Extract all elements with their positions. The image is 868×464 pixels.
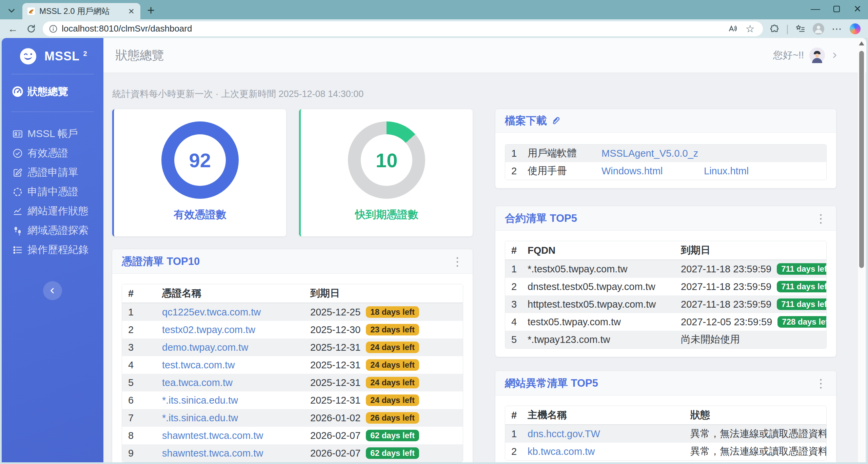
row-index: 1: [122, 307, 156, 318]
table-row: 5*.twpay123.com.tw尚未開始使用: [505, 331, 826, 348]
expiry-date: 2026-02-07: [310, 448, 360, 459]
cert-link[interactable]: testx02.twpay.com.tw: [162, 324, 255, 335]
tab-close-button[interactable]: ×: [127, 6, 136, 16]
cert-link[interactable]: test.twca.com.tw: [162, 360, 235, 370]
cert-link[interactable]: shawntest.twca.com.tw: [162, 448, 263, 459]
window-controls: — ×: [805, 0, 868, 18]
expiring-cert-count: 10: [348, 121, 425, 199]
days-left-badge: 711 days left: [777, 263, 826, 275]
fqdn-text: *.testx05.twpay.com.tw: [521, 264, 675, 275]
status-text: 異常，無法連線或讀取憑證資料: [684, 427, 826, 441]
sidebar-item-domain-discovery[interactable]: 網域憑證探索: [2, 221, 103, 240]
expiry-date: 2026-01-02: [310, 412, 360, 423]
refresh-button[interactable]: [24, 22, 38, 36]
page-header: 狀態總覽 您好~!!: [103, 38, 866, 73]
fqdn-text: httptest.testx05.twpay.com.tw: [521, 299, 675, 310]
page-scrollbar[interactable]: [858, 38, 865, 462]
window-minimize-button[interactable]: —: [805, 0, 826, 18]
avatar[interactable]: [809, 47, 825, 63]
address-bar[interactable]: localhost:8010/clmSvr/dashboard ☆: [43, 21, 763, 36]
cert-link[interactable]: tea.twca.com.tw: [162, 377, 233, 388]
dashboard-icon: [12, 85, 23, 98]
browser-window: MSSL 2.0 用戶網站 × + — × ← localhost:8010/c…: [0, 0, 868, 464]
row-index: 5: [122, 377, 156, 388]
table-row: 2testx02.twpay.com.tw2025-12-3023 days l…: [122, 321, 463, 339]
table-row: 2 使用手冊 Windows.html Linux.html: [505, 162, 826, 180]
chevron-right-icon[interactable]: [830, 51, 839, 60]
window-close-button[interactable]: ×: [847, 0, 868, 18]
browser-tabbar: MSSL 2.0 用戶網站 × + — ×: [0, 0, 868, 19]
scrollbar-thumb[interactable]: [859, 51, 864, 268]
days-left-badge: 711 days left: [777, 298, 826, 310]
extensions-button[interactable]: [768, 22, 781, 36]
copilot-button[interactable]: [848, 22, 862, 36]
sidebar-item-label: 狀態總覽: [27, 85, 68, 99]
row-index: 4: [122, 360, 156, 371]
favorites-list-icon: [795, 24, 805, 34]
window-maximize-button[interactable]: [826, 0, 847, 18]
table-row: 1 用戶端軟體 MSSLAgent_V5.0.0_zip: [505, 144, 826, 162]
url-text[interactable]: localhost:8010/clmSvr/dashboard: [62, 23, 722, 34]
cert-table-header: # 憑證名稱 到期日: [122, 284, 463, 303]
kebab-menu-icon[interactable]: ⋮: [450, 256, 465, 267]
puzzle-icon: [770, 24, 779, 34]
table-row: 4testx05.twpay.com.tw2027-12-05 23:59:59…: [505, 313, 826, 331]
sidebar-item-label: MSSL 帳戶: [27, 127, 78, 141]
collections-button[interactable]: [793, 22, 807, 36]
user-menu[interactable]: 您好~!!: [773, 47, 839, 63]
contract-status-text: 尚未開始使用: [681, 334, 740, 345]
scroll-up-arrow-icon[interactable]: [859, 41, 864, 45]
contract-list-title: 合約清單 TOP5: [505, 211, 577, 226]
stat-cards: 92 有效憑證數 10 快到期憑證數: [112, 109, 473, 236]
row-index: 6: [122, 395, 156, 406]
back-button[interactable]: ←: [6, 22, 20, 36]
new-tab-button[interactable]: +: [147, 4, 155, 17]
app-logo[interactable]: MSSL 2: [2, 48, 103, 64]
site-info-icon[interactable]: [49, 24, 58, 33]
host-link[interactable]: kb.twca.com.tw: [528, 446, 595, 457]
row-index: 2: [122, 324, 156, 335]
days-left-badge: 23 days left: [366, 324, 419, 335]
valid-cert-count: 92: [161, 121, 239, 199]
row-index: 3: [505, 299, 521, 310]
row-index: 1: [505, 264, 521, 275]
sidebar-item-site-status[interactable]: 網站運作狀態: [2, 201, 103, 221]
expiry-date: 2027-12-05 23:59:59: [681, 316, 772, 327]
download-link[interactable]: MSSLAgent_V5.0.0_zip: [601, 148, 698, 159]
cert-link[interactable]: demo.twpay.com.tw: [162, 342, 248, 353]
cert-link[interactable]: *.its.sinica.edu.tw: [162, 412, 238, 423]
sidebar-item-cert-requests[interactable]: 憑證申請單: [2, 163, 103, 182]
tab-search-button[interactable]: [4, 4, 19, 17]
sidebar-collapse-button[interactable]: [43, 281, 62, 300]
host-link[interactable]: dns.hcct.gov.TW: [528, 428, 600, 439]
browser-profile-button[interactable]: [812, 22, 825, 36]
abnormal-list-card: 網站異常清單 TOP5 ⋮ # 主機名稱 狀態: [495, 371, 836, 462]
sidebar: MSSL 2 狀態總覽 MSSL 帳戶: [2, 38, 103, 462]
tab-title: MSSL 2.0 用戶網站: [39, 6, 123, 17]
favorite-star-button[interactable]: ☆: [743, 22, 757, 36]
download-link[interactable]: Linux.html: [704, 166, 749, 176]
sidebar-item-history-log[interactable]: 操作歷程紀錄: [2, 240, 103, 259]
cert-list-title: 憑證清單 TOP10: [122, 254, 200, 269]
abnormal-list-title: 網站異常清單 TOP5: [505, 376, 598, 390]
cert-link[interactable]: *.its.sinica.edu.tw: [162, 395, 238, 406]
cert-list-header: 憑證清單 TOP10 ⋮: [112, 249, 473, 274]
kebab-menu-icon[interactable]: ⋮: [813, 378, 829, 389]
kebab-menu-icon[interactable]: ⋮: [813, 213, 829, 224]
cert-link[interactable]: qc1225ev.twca.com.tw: [162, 307, 261, 317]
sidebar-item-pending-certs[interactable]: 申請中憑證: [2, 182, 103, 201]
contract-list-card: 合約清單 TOP5 ⋮ # FQDN 到期日: [495, 206, 836, 357]
refresh-icon: [26, 24, 36, 34]
row-index: 1: [505, 148, 521, 159]
sidebar-item-valid-certs[interactable]: 有效憑證: [2, 143, 103, 163]
sidebar-item-dashboard[interactable]: 狀態總覽: [2, 81, 103, 102]
download-link[interactable]: Windows.html: [601, 166, 663, 176]
logo-sup: 2: [83, 50, 87, 57]
dashboard-content: 統計資料每小時更新一次 · 上次更新時間 2025-12-08 14:30:00…: [103, 73, 866, 462]
cert-link[interactable]: shawntest.twca.com.tw: [162, 430, 263, 441]
read-aloud-button[interactable]: [726, 22, 739, 36]
sidebar-item-accounts[interactable]: MSSL 帳戶: [2, 124, 103, 143]
browser-menu-button[interactable]: ⋯: [830, 22, 844, 36]
days-left-badge: 24 days left: [366, 342, 419, 353]
browser-tab[interactable]: MSSL 2.0 用戶網站 ×: [22, 3, 140, 19]
